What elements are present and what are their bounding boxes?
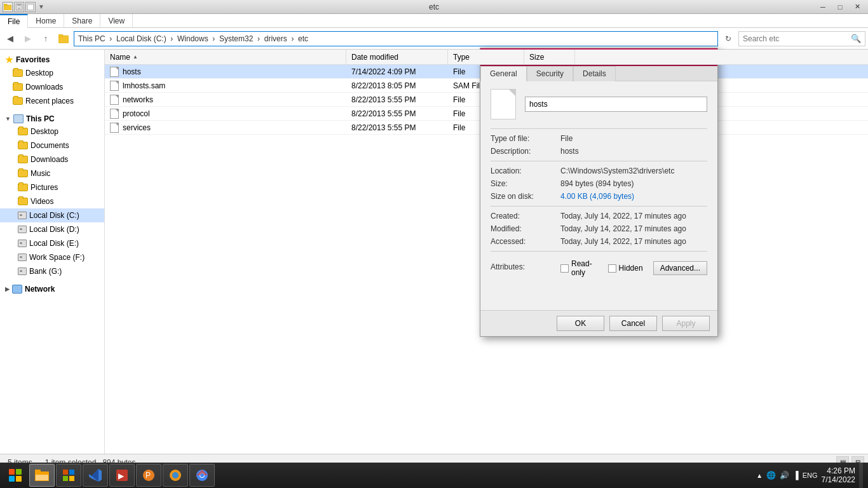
dialog-tab-details[interactable]: Details bbox=[573, 66, 616, 81]
sidebar-item-workspace-f[interactable]: Work Space (F:) bbox=[0, 250, 104, 264]
hidden-label: Hidden bbox=[619, 264, 643, 273]
column-header-size[interactable]: Size bbox=[524, 50, 575, 65]
hidden-checkbox[interactable] bbox=[608, 264, 616, 273]
sidebar-section-network[interactable]: ▶ Network bbox=[0, 282, 104, 295]
dialog-tab-security[interactable]: Security bbox=[527, 66, 573, 81]
column-header-type[interactable]: Type bbox=[448, 50, 524, 65]
dialog-type-value: File bbox=[560, 134, 573, 143]
tab-file[interactable]: File bbox=[0, 14, 28, 28]
dialog-filename-input[interactable] bbox=[525, 97, 707, 112]
close-button[interactable]: ✕ bbox=[849, 1, 865, 13]
save-icon[interactable] bbox=[14, 2, 24, 12]
folder-icon bbox=[18, 184, 28, 191]
sidebar-section-this-pc[interactable]: ▼ This PC bbox=[0, 112, 104, 125]
dialog-body: Type of file: File Description: hosts Lo… bbox=[480, 81, 717, 308]
dialog-row-accessed: Accessed: Today, July 14, 2022, 17 minut… bbox=[491, 237, 707, 246]
maximize-button[interactable]: □ bbox=[832, 1, 848, 13]
sidebar-item-label: Work Space (F:) bbox=[29, 253, 85, 262]
new-icon[interactable] bbox=[25, 2, 36, 12]
taskbar: ▶ P ▲ bbox=[0, 463, 868, 488]
folder-icon bbox=[13, 83, 23, 91]
minimize-button[interactable]: ─ bbox=[815, 1, 831, 13]
sidebar-item-local-disk-e[interactable]: Local Disk (E:) bbox=[0, 236, 104, 250]
readonly-checkbox[interactable] bbox=[560, 264, 569, 273]
file-date-cell: 8/22/2013 8:05 PM bbox=[346, 79, 448, 93]
taskbar-app-firefox[interactable] bbox=[163, 464, 188, 487]
sidebar-item-downloads-fav[interactable]: Downloads bbox=[0, 80, 104, 94]
sort-arrow: ▲ bbox=[133, 54, 138, 60]
window-title: etc bbox=[429, 3, 439, 11]
dialog-row-size-on-disk: Size on disk: 4.00 KB (4,096 bytes) bbox=[491, 192, 707, 201]
sidebar-section-favorites[interactable]: ★ Favorites bbox=[0, 52, 104, 66]
column-header-date[interactable]: Date modified bbox=[346, 50, 448, 65]
sidebar-item-pictures[interactable]: Pictures bbox=[0, 180, 104, 194]
refresh-button[interactable]: ↻ bbox=[721, 31, 736, 46]
title-bar-controls: ─ □ ✕ bbox=[815, 1, 865, 13]
clock[interactable]: 4:26 PM 7/14/2022 bbox=[822, 466, 855, 484]
sidebar-item-desktop-fav[interactable]: Desktop bbox=[0, 66, 104, 80]
start-button[interactable] bbox=[3, 463, 28, 488]
sidebar-item-bank-g[interactable]: Bank (G:) bbox=[0, 264, 104, 278]
taskbar-right: ▲ 🌐 🔊 ▐ ENG 4:26 PM 7/14/2022 bbox=[751, 463, 868, 488]
taskbar-app-chrome[interactable] bbox=[189, 464, 215, 487]
sidebar-item-local-disk-c[interactable]: Local Disk (C:) bbox=[0, 208, 104, 222]
up-button[interactable]: ↑ bbox=[38, 31, 53, 46]
file-type-icon bbox=[110, 95, 119, 105]
address-path[interactable]: This PC › Local Disk (C:) › Windows › Sy… bbox=[74, 31, 718, 46]
sidebar-item-videos[interactable]: Videos bbox=[0, 194, 104, 208]
clock-date: 7/14/2022 bbox=[822, 475, 855, 484]
advanced-button[interactable]: Advanced... bbox=[653, 261, 707, 275]
forward-button[interactable]: ▶ bbox=[20, 31, 36, 46]
chrome-icon bbox=[194, 468, 210, 483]
taskbar-app-vscode[interactable] bbox=[83, 464, 108, 487]
apply-button[interactable]: Apply bbox=[662, 316, 710, 331]
column-header-name[interactable]: Name ▲ bbox=[105, 50, 346, 65]
language-indicator[interactable]: ENG bbox=[803, 471, 818, 479]
dialog-tab-general[interactable]: General bbox=[480, 66, 527, 81]
quick-access-arrow[interactable]: ▼ bbox=[38, 3, 44, 10]
dialog-accessed-value: Today, July 14, 2022, 17 minutes ago bbox=[560, 237, 686, 246]
file-date-cell: 8/22/2013 5:55 PM bbox=[346, 93, 448, 107]
dialog-accessed-label: Accessed: bbox=[491, 237, 560, 246]
taskbar-app-5[interactable]: P bbox=[136, 464, 161, 487]
tab-view[interactable]: View bbox=[100, 14, 133, 28]
sidebar-item-downloads-pc[interactable]: Downloads bbox=[0, 152, 104, 166]
cancel-button[interactable]: Cancel bbox=[609, 316, 657, 331]
sidebar-item-documents[interactable]: Documents bbox=[0, 139, 104, 152]
sidebar-item-local-disk-d[interactable]: Local Disk (D:) bbox=[0, 222, 104, 236]
sidebar-item-music[interactable]: Music bbox=[0, 166, 104, 180]
taskbar-app-file-explorer[interactable] bbox=[29, 464, 55, 487]
disk-icon bbox=[18, 254, 27, 261]
tab-share[interactable]: Share bbox=[64, 14, 100, 28]
tray-arrow-icon[interactable]: ▲ bbox=[756, 472, 763, 479]
dialog-row-created: Created: Today, July 14, 2022, 17 minute… bbox=[491, 212, 707, 220]
checkbox-hidden: Hidden bbox=[608, 264, 643, 273]
file-type-icon bbox=[110, 123, 119, 133]
search-box[interactable]: 🔍 bbox=[738, 31, 865, 46]
sidebar-item-recent-places[interactable]: Recent places bbox=[0, 94, 104, 108]
battery-icon[interactable]: ▐ bbox=[793, 471, 799, 480]
disk-icon bbox=[18, 212, 27, 219]
volume-icon[interactable]: 🔊 bbox=[780, 471, 789, 480]
dialog-divider-2 bbox=[491, 161, 707, 161]
sidebar-item-label: Desktop bbox=[31, 127, 58, 136]
col-name-label: Name bbox=[110, 53, 130, 62]
taskbar-app-4[interactable]: ▶ bbox=[109, 464, 135, 487]
sidebar-item-desktop-pc[interactable]: Desktop bbox=[0, 125, 104, 139]
svg-rect-8 bbox=[58, 34, 63, 37]
col-size-label: Size bbox=[529, 53, 544, 62]
back-button[interactable]: ◀ bbox=[3, 31, 18, 46]
taskbar-app-store[interactable] bbox=[56, 464, 81, 487]
dialog-size-on-disk-value: 4.00 KB (4,096 bytes) bbox=[560, 192, 634, 201]
sidebar-item-label: Local Disk (C:) bbox=[29, 211, 79, 220]
dialog-location-label: Location: bbox=[491, 166, 560, 175]
file-name: services bbox=[123, 123, 151, 132]
show-desktop-button[interactable] bbox=[859, 463, 863, 488]
file-name: hosts bbox=[123, 67, 141, 76]
search-input[interactable] bbox=[743, 34, 848, 43]
dialog-tabs: General Security Details bbox=[480, 66, 717, 81]
network-tray-icon[interactable]: 🌐 bbox=[766, 471, 776, 480]
ok-button[interactable]: OK bbox=[557, 316, 604, 331]
tab-home[interactable]: Home bbox=[28, 14, 64, 28]
file-name-cell: protocol bbox=[105, 107, 346, 121]
